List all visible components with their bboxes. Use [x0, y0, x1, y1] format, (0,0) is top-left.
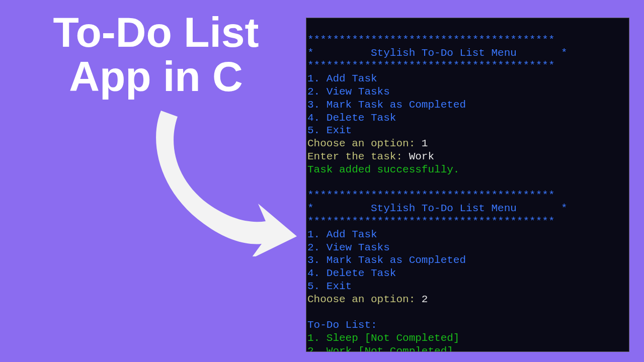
- menu-border-bottom: ***************************************: [307, 60, 554, 71]
- page-title: To-Do List App in C: [50, 10, 262, 99]
- arrow-icon: [143, 106, 304, 256]
- menu-item: 3. Mark Task as Completed: [307, 99, 466, 111]
- terminal-window[interactable]: *************************************** …: [306, 18, 629, 352]
- list-item: 2. Work [Not Completed]: [307, 345, 453, 352]
- list-item: 1. Sleep [Not Completed]: [307, 332, 459, 344]
- choose-prompt: Choose an option:: [307, 138, 422, 149]
- enter-task-prompt: Enter the task:: [307, 151, 409, 162]
- menu-item: 4. Delete Task: [307, 112, 396, 124]
- menu-border-top: ***************************************: [307, 34, 554, 46]
- menu-item: 3. Mark Task as Completed: [307, 254, 466, 266]
- title-line-2: App in C: [69, 53, 243, 100]
- success-message: Task added successfully.: [307, 164, 459, 175]
- menu-title: * Stylish To-Do List Menu *: [307, 203, 568, 214]
- choose-prompt: Choose an option:: [307, 294, 422, 305]
- menu-item: 1. Add Task: [307, 229, 377, 240]
- title-line-1: To-Do List: [53, 9, 259, 56]
- user-input: 1: [422, 138, 428, 149]
- menu-title: * Stylish To-Do List Menu *: [307, 47, 568, 59]
- menu-item: 2. View Tasks: [307, 242, 390, 253]
- menu-item: 5. Exit: [307, 125, 352, 136]
- menu-item: 2. View Tasks: [307, 86, 390, 98]
- user-input: 2: [422, 294, 428, 305]
- menu-border-bottom: ***************************************: [307, 216, 554, 227]
- menu-item: 4. Delete Task: [307, 267, 396, 279]
- user-input: Work: [409, 151, 434, 162]
- menu-item: 5. Exit: [307, 281, 352, 292]
- list-header: To-Do List:: [307, 319, 377, 331]
- menu-item: 1. Add Task: [307, 73, 377, 84]
- menu-border-top: ***************************************: [307, 190, 554, 201]
